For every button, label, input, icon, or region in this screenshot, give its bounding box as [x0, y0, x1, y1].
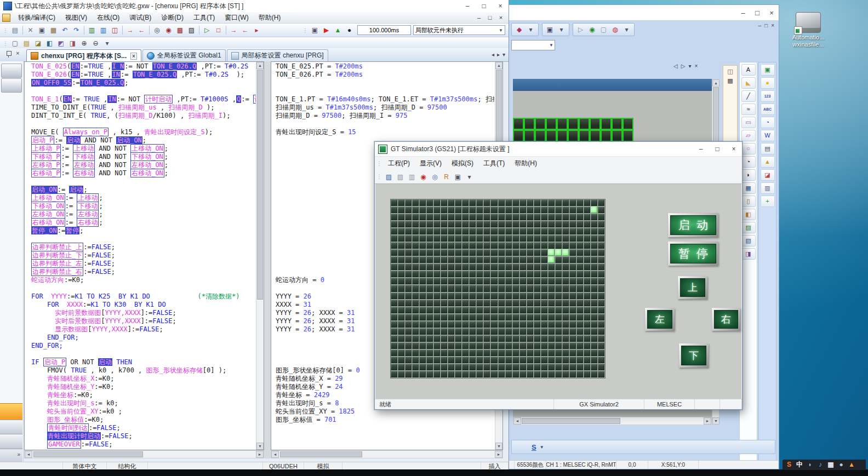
numeric-display-icon[interactable]: 123: [761, 90, 775, 102]
scroll-down-icon[interactable]: ▼: [256, 443, 264, 450]
gx-mdi-controls[interactable]: – □ ×: [475, 14, 509, 21]
down-button[interactable]: 下: [679, 343, 709, 368]
sogou-logo-icon[interactable]: S: [784, 460, 794, 470]
monitor-mode-icon[interactable]: ▣: [309, 25, 321, 36]
stop-monitor-icon[interactable]: □: [213, 25, 224, 36]
cross-reference-icon[interactable]: ▩: [174, 25, 186, 36]
left-button[interactable]: 左: [645, 308, 675, 331]
save-snapshot-icon[interactable]: ▥: [406, 171, 418, 182]
code-vertical-scrollbar[interactable]: ▲ ▼: [256, 62, 264, 450]
designer-tab-nav[interactable]: ◁▷▾×: [673, 63, 698, 69]
alarm-display-icon[interactable]: ▲: [761, 156, 775, 168]
mdi-minimize-icon[interactable]: –: [475, 14, 483, 21]
scroll-left-icon[interactable]: ◄: [25, 451, 32, 458]
polyline-tool-icon[interactable]: ≈: [741, 104, 756, 115]
right-button[interactable]: 右: [712, 308, 740, 331]
device-comment-icon[interactable]: ▥: [86, 25, 98, 36]
mdi-close-icon[interactable]: ×: [496, 14, 505, 21]
line-tool-icon[interactable]: ╱: [741, 90, 756, 102]
simulator-activate-icon[interactable]: ◆: [513, 24, 525, 35]
sim-menu-item-3[interactable]: 工具(T): [478, 157, 510, 170]
gx-menu-item-2[interactable]: 在线(O): [92, 12, 124, 24]
tab-nav-icon[interactable]: ▸: [497, 51, 500, 58]
gx-menu-item-6[interactable]: 窗口(W): [220, 12, 253, 24]
sim-menu-item-1[interactable]: 显示(V): [415, 157, 447, 170]
designer-maximize-button[interactable]: □: [750, 9, 764, 17]
zoom-in-icon[interactable]: ⊕: [78, 38, 90, 49]
device-list-icon[interactable]: ▨: [186, 25, 197, 36]
group-more-icon[interactable]: ▾: [525, 24, 536, 35]
data-check-icon[interactable]: ◉: [586, 24, 598, 35]
nav-arrow-icon[interactable]: ▾: [688, 63, 691, 69]
arc-tool-icon[interactable]: ◔: [741, 156, 756, 168]
nav-pane-button[interactable]: [0, 434, 22, 449]
sim-menu-item-2[interactable]: 模拟(S): [447, 157, 478, 170]
start-button[interactable]: 启动: [668, 213, 718, 237]
paint-tool-icon[interactable]: ◧: [741, 209, 756, 220]
nav-arrow-icon[interactable]: ◁: [673, 63, 678, 69]
gx-menu-item-4[interactable]: 诊断(D): [156, 12, 189, 24]
text-tool-icon[interactable]: A: [741, 64, 756, 76]
pin-icon[interactable]: [7, 51, 12, 56]
gx-menu-item-1[interactable]: 视图(V): [60, 12, 92, 24]
nav-pane-active-button[interactable]: [0, 403, 22, 420]
watch-horizontal-scrollbar[interactable]: ◄ ►: [271, 450, 503, 458]
pane-splitter[interactable]: [264, 61, 271, 458]
comment-edit-icon[interactable]: ◩: [55, 38, 67, 49]
scrollbar-thumb[interactable]: [33, 451, 143, 457]
scroll-up-icon[interactable]: ▲: [256, 62, 264, 69]
st-code-pane[interactable]: TON_E_025(EN:=TRUE ,I N:= NOT TON_E_026.…: [24, 61, 264, 450]
write-to-plc-icon[interactable]: →: [124, 25, 136, 36]
input-mode-icon[interactable]: 中: [795, 460, 804, 470]
program-common-icon[interactable]: ▤: [9, 25, 21, 36]
zoom-out-icon[interactable]: ⊖: [90, 38, 101, 49]
group-more-icon[interactable]: ▾: [556, 24, 567, 35]
window-icon[interactable]: ▢: [9, 38, 21, 49]
library-panel-icon[interactable]: ◫: [723, 68, 737, 75]
designer-titlebar[interactable]: – □ ×: [509, 5, 779, 20]
tab-close-icon[interactable]: ×: [130, 53, 137, 60]
add-object-icon[interactable]: +: [761, 196, 775, 207]
tab-2[interactable]: 局部标签设置 chenxu [PRG]: [227, 49, 328, 61]
recipe-display-icon[interactable]: ▥: [761, 182, 775, 194]
paste-icon[interactable]: ▦: [48, 25, 59, 36]
data-block-icon[interactable]: ▤: [21, 38, 32, 49]
rect-tool-icon[interactable]: ▭: [741, 117, 756, 128]
sogou-input-bar[interactable]: S中◗♪▦●▲: [783, 460, 866, 470]
tab-nav-icon[interactable]: ◂: [492, 51, 494, 58]
comm-stop-icon[interactable]: ◍: [609, 24, 621, 35]
simulator-maximize-button[interactable]: □: [709, 145, 726, 153]
gx-minimize-button[interactable]: –: [459, 2, 476, 10]
gx-close-button[interactable]: ×: [492, 2, 509, 10]
label-setting-icon[interactable]: ◪: [32, 38, 44, 49]
step-break-icon[interactable]: ←: [239, 25, 251, 36]
comment-display-icon[interactable]: W: [761, 130, 775, 141]
stop-icon[interactable]: ●: [344, 25, 355, 36]
pause-button[interactable]: 暂停: [668, 242, 718, 266]
ladder-mark-icon[interactable]: ◨: [67, 38, 78, 49]
device-find-icon[interactable]: ◧: [44, 38, 55, 49]
table-tool-icon[interactable]: ▦: [741, 182, 756, 194]
scrollbar-thumb[interactable]: [522, 418, 620, 424]
designer-close-button[interactable]: ×: [764, 9, 779, 17]
style-s-button[interactable]: S: [532, 443, 536, 451]
scan-time-box[interactable]: 100.000ms: [357, 25, 411, 35]
parts-panel-icon[interactable]: ▩: [723, 77, 737, 84]
scale-tool-icon[interactable]: ▯: [741, 196, 756, 207]
dock-collapsed-panel[interactable]: [1, 64, 22, 78]
scroll-right-icon[interactable]: ►: [495, 451, 502, 458]
resource-r-icon[interactable]: R: [441, 171, 452, 182]
library-icon[interactable]: ◨: [741, 248, 756, 260]
code-horizontal-scrollbar[interactable]: ◄ ►: [24, 450, 264, 458]
logo-text-icon[interactable]: ◣: [741, 77, 756, 89]
clock-display-icon[interactable]: ◔: [761, 117, 775, 128]
find-icon[interactable]: ◎: [151, 25, 163, 36]
close-icon[interactable]: ×: [16, 50, 19, 56]
graph-display-icon[interactable]: ◪: [761, 169, 775, 181]
step-run-icon[interactable]: →: [228, 25, 239, 36]
person-icon[interactable]: ●: [836, 460, 846, 470]
dxf-import-icon[interactable]: ▧: [741, 235, 756, 246]
dock-collapsed-panel[interactable]: [1, 78, 22, 93]
sim-menu-item-0[interactable]: 工程(P): [383, 157, 415, 170]
sector-tool-icon[interactable]: ◗: [741, 169, 756, 181]
